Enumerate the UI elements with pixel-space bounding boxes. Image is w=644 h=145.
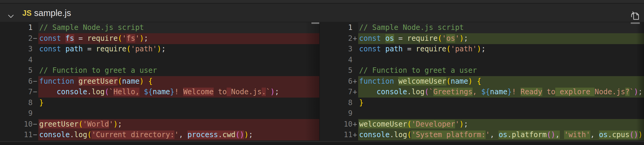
- line-number: 11: [320, 130, 352, 140]
- code-line: 5// Function to greet a user: [320, 65, 644, 76]
- code-text[interactable]: const os = require('os');: [359, 33, 644, 44]
- code-text[interactable]: console.log('System platform:', os.platf…: [359, 130, 644, 140]
- scrollbar-thumb[interactable]: [311, 22, 319, 24]
- diff-word-highlight: explore: [555, 88, 595, 96]
- code-text[interactable]: function greetUser(name) {: [39, 76, 319, 87]
- token: (: [446, 77, 451, 85]
- diff-word-highlight: fs: [126, 34, 135, 43]
- code-text[interactable]: greetUser('World');: [39, 119, 319, 130]
- token: ': [174, 130, 179, 139]
- line-number: 2: [0, 33, 33, 44]
- go-to-file-icon[interactable]: [630, 10, 640, 21]
- token: console: [39, 130, 70, 139]
- line-number: 6: [0, 76, 33, 87]
- diff-word-highlight: os: [446, 34, 455, 43]
- diff-word-highlight: ): [240, 130, 244, 139]
- diff-file-header[interactable]: JS sample.js: [0, 4, 644, 22]
- token: [39, 88, 57, 96]
- added-sign: +: [353, 130, 359, 140]
- code-line: 11−console.log('Current directory:', pro…: [0, 130, 319, 140]
- removed-sign: −: [33, 33, 39, 44]
- diff-word-highlight: greetUser: [39, 120, 78, 128]
- code-text[interactable]: function welcomeUser(name) {: [359, 76, 644, 87]
- line-number: 9: [0, 108, 33, 119]
- code-line: 9: [0, 108, 319, 119]
- diff-word-highlight: os: [385, 34, 394, 43]
- token: ;: [642, 130, 644, 139]
- diff-editor: JS sample.js 1// Sample Node.js script2−…: [0, 0, 644, 145]
- code-text[interactable]: console.log(`Greetings, ${name}! Ready t…: [359, 87, 644, 97]
- token: !: [512, 88, 521, 96]
- diff-word-highlight: ): [634, 130, 638, 139]
- token: ': [135, 34, 139, 43]
- code-text[interactable]: // Function to greet a user: [359, 65, 644, 76]
- token: =: [87, 45, 96, 53]
- token: const: [359, 34, 385, 43]
- chevron-down-icon[interactable]: [8, 14, 14, 18]
- token: require: [96, 45, 126, 53]
- token: to: [214, 88, 227, 96]
- line-number: 6: [320, 76, 352, 87]
- code-text[interactable]: console.log(`Hello, ${name}! Welcome to …: [39, 87, 319, 97]
- token: 'path': [451, 45, 477, 53]
- token: name: [451, 77, 468, 85]
- scrollbar-thumb[interactable]: [631, 22, 640, 24]
- token: const: [359, 45, 385, 53]
- line-number: 1: [320, 22, 352, 33]
- diff-word-highlight: cpus: [612, 130, 630, 139]
- token: ): [634, 88, 638, 96]
- token: (: [407, 130, 411, 139]
- token: ): [113, 120, 118, 128]
- token: console: [377, 88, 407, 96]
- token: // Function to greet a user: [39, 66, 157, 75]
- token: (: [105, 88, 109, 96]
- code-text[interactable]: const path = require('path');: [39, 44, 319, 54]
- diff-word-highlight: welcomeUser: [398, 77, 446, 85]
- diff-word-highlight: 'Developer: [411, 120, 455, 128]
- modified-editor-pane: 1// Sample Node.js script2+const os = re…: [320, 22, 644, 140]
- code-text[interactable]: }: [39, 98, 319, 108]
- code-line: 9: [320, 108, 644, 119]
- token: `: [109, 88, 113, 96]
- token: .: [70, 130, 74, 139]
- token: ): [244, 130, 248, 139]
- diff-word-highlight: fs: [65, 34, 74, 43]
- diff-word-highlight: (: [407, 120, 411, 128]
- token: }: [507, 88, 512, 96]
- line-number: 4: [320, 55, 352, 65]
- token: ): [459, 34, 464, 43]
- token: ): [477, 45, 481, 53]
- code-line: 11+console.log('System platform:', os.pl…: [320, 130, 644, 140]
- code-text[interactable]: welcomeUser('Developer');: [359, 119, 644, 130]
- line-number: 2: [320, 33, 352, 44]
- code-text[interactable]: // Sample Node.js script: [39, 22, 319, 33]
- token: =: [407, 45, 416, 53]
- token: [473, 77, 477, 85]
- code-text[interactable]: }: [359, 98, 644, 108]
- token: .: [87, 88, 91, 96]
- token: (: [446, 45, 451, 53]
- code-text[interactable]: console.log('Current directory:', proces…: [39, 130, 319, 140]
- line-number: 5: [320, 65, 352, 76]
- code-text[interactable]: const fs = require('fs');: [39, 33, 319, 44]
- token: [144, 77, 148, 85]
- code-line: 6−function greetUser(name) {: [0, 76, 319, 87]
- diff-word-highlight: .: [608, 130, 612, 139]
- token: console: [359, 130, 390, 139]
- diff-word-highlight: greetUser: [78, 77, 118, 85]
- code-text[interactable]: const path = require('path');: [359, 44, 644, 54]
- token: .: [407, 88, 411, 96]
- token: log: [411, 88, 424, 96]
- code-line: 3const path = require('path');: [320, 44, 644, 55]
- line-number: 11: [0, 130, 33, 140]
- line-number: 7: [320, 87, 352, 97]
- diff-word-highlight: (: [547, 130, 551, 139]
- token: // Sample Node.js script: [39, 23, 144, 32]
- code-line: 6+function welcomeUser(name) {: [320, 76, 644, 87]
- token: ,: [473, 88, 481, 96]
- token: `: [630, 88, 634, 96]
- token: require: [87, 34, 118, 43]
- added-sign: +: [353, 87, 359, 97]
- code-text[interactable]: // Function to greet a user: [39, 65, 319, 76]
- code-text[interactable]: // Sample Node.js script: [359, 22, 644, 33]
